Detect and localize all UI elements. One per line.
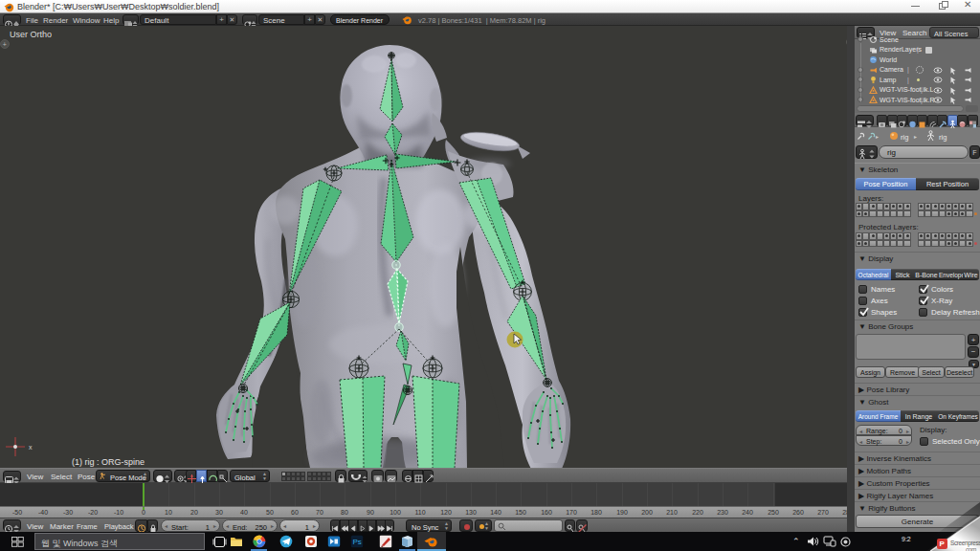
svg-text:Ps: Ps <box>353 538 362 546</box>
svg-text:User Ortho: User Ortho <box>10 30 52 39</box>
svg-text:+: + <box>3 41 7 48</box>
svg-text:x: x <box>29 444 33 451</box>
svg-text:(1) rig : ORG-spine: (1) rig : ORG-spine <box>72 457 145 467</box>
